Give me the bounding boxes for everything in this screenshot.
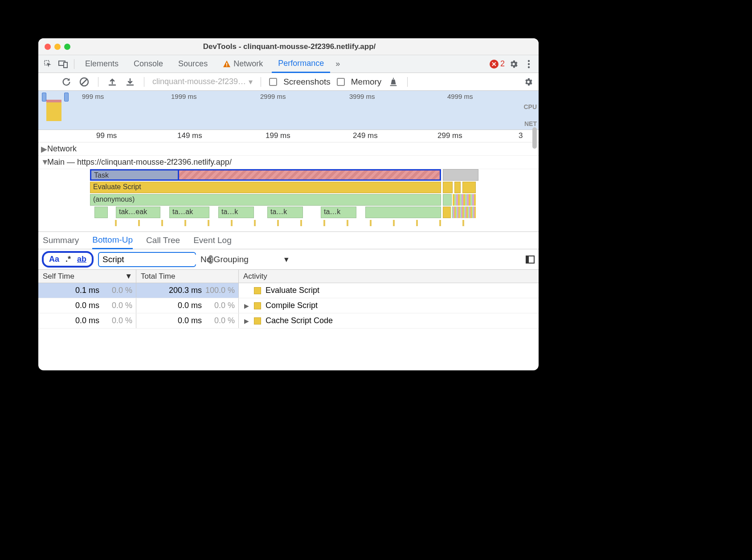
activity-color-swatch [254,317,261,325]
tab-console[interactable]: Console [127,55,169,73]
regex-toggle[interactable]: .* [65,255,71,264]
flame-chart[interactable]: ▶ Network ▼ Main — https://clinquant-mou… [38,142,539,231]
svg-rect-4 [226,65,227,66]
more-tabs-button[interactable]: » [333,55,343,73]
filter-toolbar: Aa .* ab ✕ No Grouping ▾ [38,249,539,270]
filter-input-wrapper: ✕ [98,252,196,267]
bottom-up-table: Self Time ▼ Total Time Activity 0.1 ms0.… [38,270,539,370]
svg-line-9 [82,79,87,85]
performance-toolbar: clinquant-mousse-2f239… ▾ Screenshots Me… [38,73,539,91]
clear-button[interactable] [78,76,90,88]
main-track-header[interactable]: ▼ Main — https://clinquant-mousse-2f2396… [38,156,539,169]
main-tab-bar: Elements Console Sources Network Perform… [38,55,539,73]
filter-input[interactable] [102,255,208,264]
window-controls [45,44,70,50]
minimize-window-button[interactable] [54,44,61,50]
close-window-button[interactable] [45,44,51,50]
flame-bar-task[interactable]: Task [90,169,179,181]
activity-color-swatch [254,302,261,309]
svg-point-6 [528,63,530,65]
settings-icon[interactable] [507,58,520,70]
toggle-panel-icon[interactable] [525,255,535,264]
activity-name: Evaluate Script [266,286,319,295]
memory-checkbox[interactable] [337,78,345,86]
activity-name: Cache Script Code [266,316,333,325]
inspect-icon[interactable] [42,58,54,70]
chevron-down-icon: ▾ [284,254,289,264]
screenshots-label: Screenshots [283,77,331,87]
col-header-activity[interactable]: Activity [239,272,539,281]
screenshots-checkbox[interactable] [269,78,277,86]
memory-label: Memory [351,77,382,87]
detail-ruler[interactable]: 99 ms 149 ms 199 ms 249 ms 299 ms 3 [38,130,539,142]
download-profile-button[interactable] [124,76,136,88]
match-options-group: Aa .* ab [42,251,94,268]
network-track-header[interactable]: ▶ Network [38,142,539,156]
profile-selector[interactable]: clinquant-mousse-2f239… ▾ [152,77,253,87]
col-header-total-time[interactable]: Total Time [136,270,239,283]
tab-event-log[interactable]: Event Log [193,231,232,249]
svg-point-5 [528,60,530,61]
titlebar: DevTools - clinquant-mousse-2f2396.netli… [38,38,539,55]
chevron-down-icon: ▾ [249,77,253,87]
maximize-window-button[interactable] [64,44,70,50]
record-button[interactable] [43,76,54,88]
svg-rect-2 [64,62,67,68]
match-case-toggle[interactable]: Aa [49,255,59,264]
col-header-self-time[interactable]: Self Time ▼ [38,270,136,283]
grouping-select[interactable]: No Grouping ▾ [200,254,289,264]
flame-bar-task-long[interactable] [179,169,441,181]
activity-name: Compile Script [266,301,318,310]
net-lane-label: NET [524,120,537,127]
table-row[interactable]: 0.0 ms0.0 %0.0 ms0.0 %▶Compile Script [38,298,539,313]
flame-ticks [94,220,477,226]
expand-arrow-icon[interactable]: ▶ [244,317,249,325]
warning-icon [223,60,231,68]
table-row[interactable]: 0.0 ms0.0 %0.0 ms0.0 %▶Cache Script Code [38,313,539,329]
whole-word-toggle[interactable]: ab [77,255,86,264]
flame-bar-small[interactable] [443,169,478,181]
scrollbar-thumb[interactable] [532,127,537,149]
table-header: Self Time ▼ Total Time Activity [38,270,539,283]
cpu-lane-label: CPU [523,103,537,110]
error-icon: ✕ [490,60,499,69]
tab-network[interactable]: Network [217,55,269,73]
devtools-window: DevTools - clinquant-mousse-2f2396.netli… [38,38,539,370]
tab-sources[interactable]: Sources [172,55,214,73]
flame-bar-anonymous[interactable]: (anonymous) [90,194,441,206]
error-indicator[interactable]: ✕ 2 [490,59,505,69]
tab-bottom-up[interactable]: Bottom-Up [92,231,133,249]
upload-profile-button[interactable] [106,76,118,88]
device-toggle-icon[interactable] [57,58,69,70]
window-title: DevTools - clinquant-mousse-2f2396.netli… [70,42,508,51]
svg-point-7 [528,66,530,68]
flame-bar-evaluate-script[interactable]: Evaluate Script [90,182,441,193]
expand-arrow-icon: ▶ [41,144,47,154]
overview-window-handles[interactable] [42,93,69,127]
expand-arrow-icon[interactable]: ▶ [244,302,249,309]
reload-button[interactable] [61,76,72,88]
tab-call-tree[interactable]: Call Tree [146,231,180,249]
activity-color-swatch [254,287,261,294]
tab-summary[interactable]: Summary [43,231,79,249]
tab-performance[interactable]: Performance [272,55,330,73]
table-row[interactable]: 0.1 ms0.0 %200.3 ms100.0 %Evaluate Scrip… [38,283,539,298]
kebab-menu-icon[interactable] [523,58,535,70]
timeline-overview[interactable]: 999 ms 1999 ms 2999 ms 3999 ms 4999 ms C… [38,91,539,130]
svg-rect-11 [526,256,529,263]
garbage-collect-icon[interactable] [388,76,399,88]
details-tab-bar: Summary Bottom-Up Call Tree Event Log [38,231,539,249]
collapse-arrow-icon: ▼ [41,158,47,167]
flame-bar-fn[interactable]: tak…eak [116,207,160,218]
capture-settings-icon[interactable] [523,76,534,88]
tab-elements[interactable]: Elements [79,55,125,73]
svg-rect-3 [226,63,227,65]
sort-desc-icon: ▼ [125,272,132,281]
